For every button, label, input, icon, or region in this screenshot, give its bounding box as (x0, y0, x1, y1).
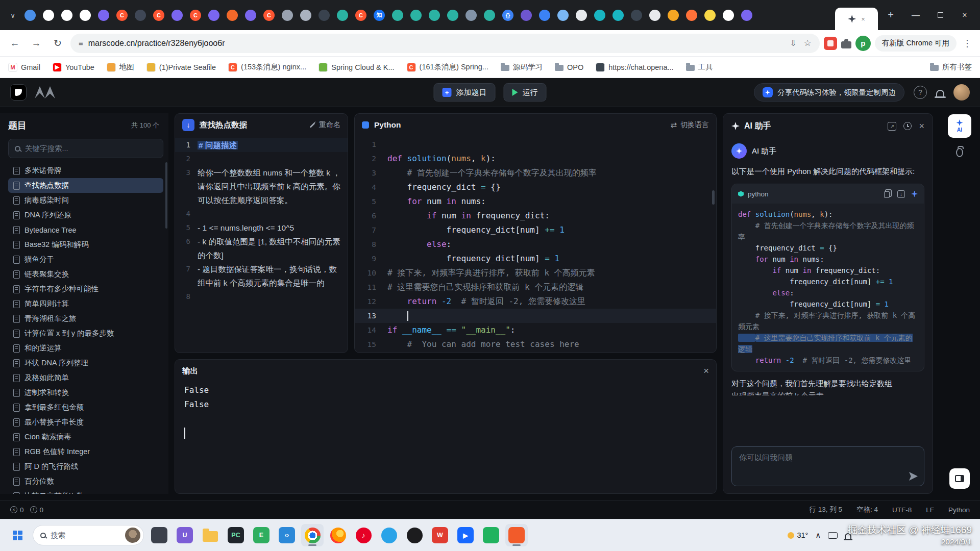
bookmark-item[interactable]: Spring Cloud & K... (318, 63, 394, 72)
sidebar-scrollbar[interactable] (165, 162, 167, 229)
bookmark-item[interactable]: 地图 (107, 62, 134, 72)
send-icon[interactable] (909, 472, 918, 481)
tab-favicon[interactable]: C (153, 10, 164, 21)
language-tab[interactable]: Python (374, 120, 401, 130)
app-logo-icon[interactable] (10, 84, 27, 101)
bookmark-item[interactable]: https://chat.opena... (596, 63, 673, 72)
tab-favicon[interactable]: C (263, 10, 275, 21)
sidebar-item[interactable]: 百分位数 (8, 474, 163, 489)
taskbar-green-app[interactable] (480, 524, 502, 546)
tab-favicon[interactable] (704, 10, 716, 21)
tab-favicon[interactable]: C (116, 10, 128, 21)
sidebar-item[interactable]: 环状 DNA 序列整理 (8, 356, 163, 370)
taskbar-folder-app[interactable] (199, 524, 222, 546)
code-line[interactable]: 14if __name__ == "__main__": (355, 323, 716, 337)
tab-favicon[interactable] (686, 10, 697, 21)
sidebar-item[interactable]: Base32 编码和解码 (8, 237, 163, 252)
window-close-button[interactable]: × (952, 0, 977, 30)
sidebar-item[interactable]: 猫鱼分干 (8, 252, 163, 267)
problem-editor[interactable]: 1# 问题描述23给你一个整数数组 nums 和一个整数 k ，请你返回其中出现… (175, 136, 348, 353)
browser-menu-icon[interactable]: ⋮ (961, 38, 974, 49)
tab-favicon[interactable] (447, 10, 458, 21)
tab-favicon[interactable]: {} (502, 10, 513, 21)
window-minimize-button[interactable]: — (903, 0, 928, 30)
notifications-bell-icon[interactable] (936, 90, 944, 96)
extension-badge-icon[interactable] (824, 37, 837, 50)
output-console[interactable]: FalseFalse (175, 382, 716, 440)
bookmark-item[interactable]: C(161条消息) Spring... (407, 62, 488, 72)
tab-favicon[interactable] (631, 10, 642, 21)
sidebar-item[interactable]: 字符串有多少种可能性 (8, 282, 163, 296)
bookmark-item[interactable]: C(153条消息) nginx... (228, 62, 306, 72)
output-close-icon[interactable]: × (703, 365, 709, 377)
tab-favicon[interactable] (557, 10, 569, 21)
code-editor[interactable]: 12def solution(nums, k):3 # 首先创建一个字典来存储每… (355, 136, 716, 353)
taskbar-capture-app[interactable] (505, 524, 528, 546)
sidebar-item[interactable]: 计算位置 x 到 y 的最多步数 (8, 326, 163, 341)
forward-button[interactable]: → (28, 35, 45, 52)
sidebar-item[interactable]: 链表聚集交换 (8, 267, 163, 282)
taskbar-dark-app[interactable] (403, 524, 426, 546)
tab-favicon[interactable] (741, 10, 752, 21)
tab-favicon[interactable] (43, 10, 54, 21)
bookmark-item[interactable]: (1)Private Seafile (146, 63, 216, 72)
tab-favicon[interactable] (227, 10, 238, 21)
code-line[interactable]: 1 (355, 137, 716, 152)
bookmark-item[interactable]: 源码学习 (501, 62, 543, 72)
site-settings-icon[interactable]: ≡ (79, 39, 83, 47)
weather-widget[interactable]: 31° (788, 531, 808, 539)
taskbar-notes-app[interactable]: E (250, 524, 273, 546)
tab-favicon[interactable] (521, 10, 532, 21)
problem-download-icon[interactable]: ↓ (182, 119, 194, 131)
marscode-logo-icon[interactable] (35, 86, 55, 98)
tab-favicon[interactable] (429, 10, 440, 21)
extensions-puzzle-icon[interactable] (841, 41, 851, 48)
encoding[interactable]: UTF-8 (892, 506, 912, 514)
tab-close-icon[interactable]: × (861, 15, 865, 23)
install-app-icon[interactable]: ⇩ (790, 38, 796, 48)
tab-favicon[interactable] (318, 10, 330, 21)
panel-toggle-button[interactable] (949, 468, 970, 489)
tab-search-button[interactable]: ∨ (5, 8, 20, 23)
taskbar-search[interactable]: 搜索 (33, 525, 144, 545)
tab-favicon[interactable] (392, 10, 403, 21)
taskbar-wps[interactable]: W (429, 524, 451, 546)
sidebar-item[interactable]: Cion 勒索病毒 (8, 430, 163, 444)
tab-favicon[interactable] (98, 10, 109, 21)
ai-close-icon[interactable]: × (919, 121, 924, 132)
sidebar-item[interactable]: 和的逆运算 (8, 341, 163, 356)
taskbar-firefox[interactable] (327, 524, 349, 546)
user-avatar[interactable] (953, 84, 970, 101)
code-line[interactable]: 6 if num in frequency_dict: (355, 209, 716, 223)
tab-favicon[interactable] (337, 10, 348, 21)
tab-favicon[interactable] (723, 10, 734, 21)
bookmark-item[interactable]: 工具 (686, 62, 713, 72)
reload-button[interactable]: ↻ (49, 35, 66, 52)
bookmark-item[interactable]: MGmail (8, 63, 40, 72)
history-icon[interactable] (903, 122, 912, 130)
problems-warnings[interactable]: ! 0 (30, 506, 44, 514)
profile-avatar[interactable]: p (855, 36, 871, 51)
sidebar-search-input[interactable]: 关键字搜索... (8, 139, 163, 158)
code-line[interactable]: 8 else: (355, 237, 716, 252)
problems-errors[interactable]: × 0 (10, 506, 24, 514)
rename-button[interactable]: 重命名 (309, 120, 340, 130)
taskbar-file-explorer[interactable] (148, 524, 170, 546)
tab-favicon[interactable] (245, 10, 256, 21)
tray-expand-chevron[interactable]: ∧ (815, 531, 821, 539)
taskbar-uml-tool[interactable]: U (174, 524, 196, 546)
insert-code-icon[interactable]: ↓ (897, 190, 905, 198)
tab-favicon[interactable]: C (190, 10, 201, 21)
debug-rail-icon[interactable] (956, 148, 963, 157)
tab-favicon[interactable] (668, 10, 679, 21)
copy-code-icon[interactable] (884, 191, 890, 198)
bookmark-star-icon[interactable]: ☆ (804, 38, 812, 48)
taskbar-vscode[interactable]: ‹› (276, 524, 298, 546)
all-bookmarks-button[interactable]: 所有书签 (930, 62, 972, 72)
code-line[interactable]: 12 return -2 # 暂时返回 -2, 您需要修改这里 (355, 294, 716, 309)
sidebar-item[interactable]: 及格如此简单 (8, 370, 163, 385)
tab-favicon[interactable] (576, 10, 587, 21)
new-chat-icon[interactable]: ↗ (888, 122, 896, 131)
sidebar-item[interactable]: 阿 D 的飞行路线 (8, 459, 163, 474)
indent-setting[interactable]: 空格: 4 (856, 505, 878, 514)
